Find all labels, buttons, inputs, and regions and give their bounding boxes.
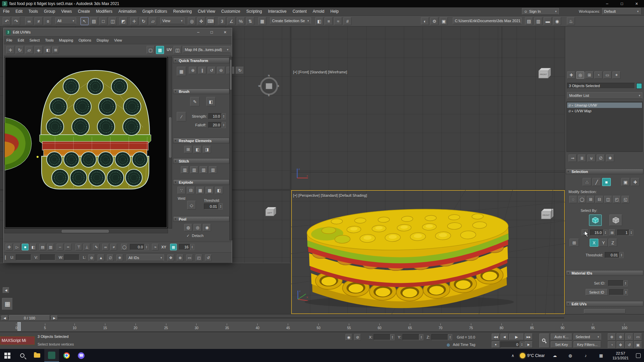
- edit-named-selection-sets-icon[interactable]: ▦: [258, 17, 266, 25]
- track-bar[interactable]: 0510152025303540455055606570758085909510…: [0, 321, 644, 332]
- v-field[interactable]: [40, 254, 55, 260]
- select-object-icon[interactable]: ↖: [80, 17, 89, 25]
- uvw-grid-snap-icon[interactable]: ▦: [170, 244, 177, 250]
- select-by-name-icon[interactable]: ▤: [90, 17, 98, 25]
- uvw-close-button[interactable]: ×: [218, 28, 232, 37]
- tray-icon[interactable]: ☁: [547, 349, 562, 362]
- u-field[interactable]: [16, 254, 31, 260]
- reshape-icon[interactable]: ◨: [203, 146, 211, 153]
- expand-icon[interactable]: ▸: [572, 104, 573, 107]
- set-id-spinner[interactable]: ▴ ▾: [624, 280, 628, 286]
- layer-manager-icon[interactable]: ▥: [534, 17, 542, 25]
- weld-threshold-field[interactable]: 0.01: [204, 203, 219, 209]
- current-frame-spinner[interactable]: ▴ ▾: [520, 342, 524, 348]
- menu-item[interactable]: Help: [327, 7, 342, 15]
- uv-editor-canvas[interactable]: [4, 57, 168, 229]
- subobject-vertex-icon[interactable]: ∴: [583, 178, 591, 186]
- curve-editor-icon[interactable]: ≈: [334, 17, 342, 25]
- taskbar-search-icon[interactable]: [15, 349, 30, 362]
- selection-region-icon[interactable]: □: [99, 17, 107, 25]
- uvw-face-mode-icon[interactable]: ◧: [30, 244, 37, 250]
- stack-tool-icon[interactable]: ⊎: [587, 155, 595, 162]
- select-and-link-icon[interactable]: ∞: [25, 17, 33, 25]
- scroll-left-button[interactable]: ◀: [3, 287, 9, 293]
- play-button[interactable]: ▶: [509, 334, 524, 340]
- uvw-snap-icon[interactable]: ⊞: [52, 47, 59, 53]
- uvw-select-element-icon[interactable]: ▤: [39, 244, 46, 250]
- time-slider-handle[interactable]: 0 / 100: [9, 315, 50, 321]
- selection-threshold-spinner[interactable]: ▴ ▾: [620, 252, 624, 258]
- sign-in-button[interactable]: ☺Sign In ▾: [522, 8, 559, 15]
- peel-icon[interactable]: ◉: [203, 224, 211, 231]
- freeze-selection-icon[interactable]: ❄: [116, 254, 123, 261]
- peel-icon[interactable]: ◍: [184, 224, 192, 231]
- rollout-quick-transform[interactable]: ▾Quick Transform: [173, 58, 229, 63]
- open-uv-editor-button-partial[interactable]: [584, 309, 626, 313]
- uvw-panel-scrollbar[interactable]: [229, 57, 232, 240]
- named-selection-dropdown[interactable]: Create Selection Se▾: [270, 17, 311, 24]
- file-explorer-icon[interactable]: [30, 349, 44, 362]
- relax-brush-icon[interactable]: ∕: [177, 112, 186, 121]
- key-filters-button[interactable]: Key Filters...: [574, 341, 601, 348]
- select-id-spinner[interactable]: ▴ ▾: [624, 289, 628, 295]
- w-field[interactable]: [64, 254, 79, 260]
- viewport-nav-icon[interactable]: ✥: [616, 341, 625, 349]
- uvw-menu-item[interactable]: View: [111, 37, 125, 44]
- modify-selection-icon[interactable]: ◱: [622, 196, 630, 203]
- select-by-material-icon[interactable]: [609, 215, 622, 226]
- brush-object-icon[interactable]: ◧: [206, 97, 216, 106]
- uvw-rotate-angle-field[interactable]: 0.0: [130, 244, 145, 250]
- uvw-unpin-icon[interactable]: ⊥: [84, 244, 90, 250]
- add-selection-icon[interactable]: ✚: [631, 178, 640, 186]
- paint-brush-icon[interactable]: ✎: [190, 97, 200, 106]
- project-folder-path[interactable]: C:\Users\Erik\Documents\3ds Max 2021▾: [453, 17, 522, 24]
- add-time-tag[interactable]: Add Time Tag: [453, 343, 475, 347]
- weld-icon[interactable]: ◇: [187, 201, 196, 209]
- menu-item[interactable]: Interactive: [265, 7, 289, 15]
- track-view-grid-icon[interactable]: ▦: [2, 298, 13, 310]
- x-coord-spinner[interactable]: ▴ ▾: [390, 334, 394, 340]
- modifier-enable-icon[interactable]: ◎: [568, 109, 571, 113]
- material-id-filter-dropdown[interactable]: All IDs▾: [126, 254, 164, 261]
- rollout-stitch[interactable]: ▾Stitch: [173, 158, 229, 164]
- uvw-rotate-icon[interactable]: ↻: [16, 46, 24, 54]
- menu-item[interactable]: Animation: [115, 7, 139, 15]
- pan-icon[interactable]: ✥: [167, 254, 174, 261]
- material-editor-icon[interactable]: ◐: [421, 17, 429, 25]
- stack-tool-icon[interactable]: ∅: [597, 155, 605, 162]
- minimize-button[interactable]: –: [600, 0, 614, 7]
- menu-item[interactable]: Graph Editors: [139, 7, 170, 15]
- menu-item[interactable]: Content: [289, 7, 310, 15]
- tray-icon[interactable]: ♪: [578, 349, 593, 362]
- command-panel-tab[interactable]: ▭: [603, 71, 611, 79]
- menu-item[interactable]: Group: [41, 7, 58, 15]
- zoom-extents-icon[interactable]: ↺: [205, 254, 212, 261]
- taskbar-clock[interactable]: 22:57 11/1/2021: [608, 351, 633, 360]
- crossing-toggle-icon[interactable]: ◩: [119, 17, 127, 25]
- menu-item[interactable]: Arnold: [310, 7, 327, 15]
- menu-item[interactable]: Civil View: [195, 7, 218, 15]
- rollout-edit-uvs[interactable]: ▾Edit UVs: [566, 301, 643, 307]
- command-panel-tab[interactable]: ✶: [612, 71, 621, 79]
- uvw-menu-item[interactable]: Select: [27, 37, 43, 44]
- menu-item[interactable]: File: [0, 7, 12, 15]
- y-coord-field[interactable]: [402, 334, 419, 340]
- rollout-peel[interactable]: ▾Peel: [173, 216, 229, 222]
- window-crossing-icon[interactable]: ◫: [109, 17, 117, 25]
- align-icon[interactable]: ≡: [325, 17, 333, 25]
- hide-selection-icon[interactable]: ∅: [107, 254, 114, 261]
- grow-loop-icon[interactable]: ⊞: [609, 229, 615, 236]
- viewport-nav-icon[interactable]: ▭: [634, 333, 642, 341]
- viewport-label-front[interactable]: [+] [Front] [Standard] [Wireframe]: [293, 70, 347, 74]
- weld-threshold-spinner[interactable]: ▴ ▾: [219, 203, 223, 209]
- next-key-button[interactable]: ▶: [525, 341, 533, 348]
- z-coord-field[interactable]: [431, 334, 448, 340]
- strength-field[interactable]: 10.0: [208, 113, 222, 119]
- viewport-nav-icon[interactable]: ▣: [634, 341, 642, 349]
- uvw-maximize-button[interactable]: □: [205, 28, 218, 37]
- uvw-rotate-angle-spinner[interactable]: ▴ ▾: [145, 244, 149, 250]
- explode-icon[interactable]: ◧: [215, 187, 223, 194]
- falloff-field[interactable]: 20.0: [208, 122, 222, 128]
- percent-snap-icon[interactable]: %: [237, 17, 245, 25]
- use-pivot-center-icon[interactable]: ◎: [188, 17, 196, 25]
